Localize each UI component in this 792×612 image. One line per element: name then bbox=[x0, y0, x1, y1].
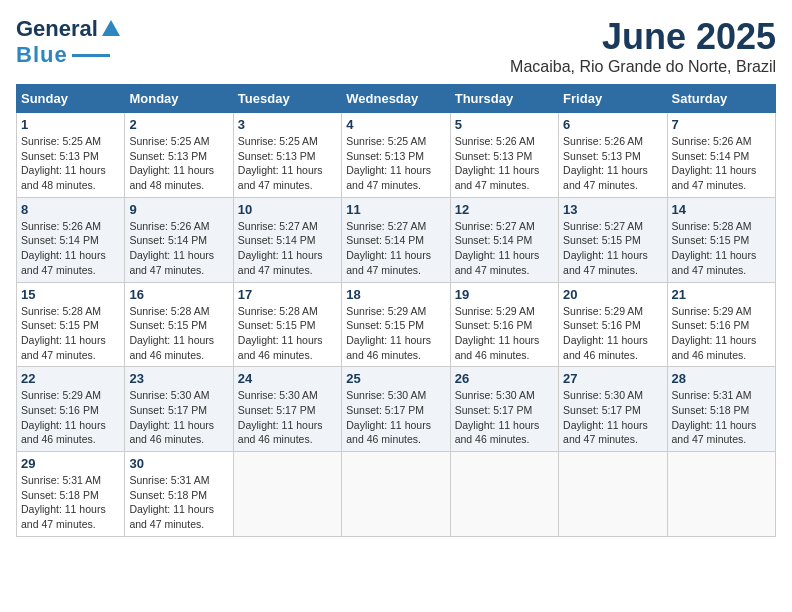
day-info: Sunrise: 5:26 AM Sunset: 5:14 PM Dayligh… bbox=[672, 134, 771, 193]
calendar-cell: 12 Sunrise: 5:27 AM Sunset: 5:14 PM Dayl… bbox=[450, 197, 558, 282]
logo-blue: Blue bbox=[16, 42, 68, 68]
day-number: 9 bbox=[129, 202, 228, 217]
calendar-cell bbox=[342, 452, 450, 537]
calendar-cell: 13 Sunrise: 5:27 AM Sunset: 5:15 PM Dayl… bbox=[559, 197, 667, 282]
calendar-cell: 16 Sunrise: 5:28 AM Sunset: 5:15 PM Dayl… bbox=[125, 282, 233, 367]
day-info: Sunrise: 5:25 AM Sunset: 5:13 PM Dayligh… bbox=[21, 134, 120, 193]
day-number: 25 bbox=[346, 371, 445, 386]
day-info: Sunrise: 5:28 AM Sunset: 5:15 PM Dayligh… bbox=[672, 219, 771, 278]
column-header-saturday: Saturday bbox=[667, 85, 775, 113]
day-number: 5 bbox=[455, 117, 554, 132]
logo: General Blue bbox=[16, 16, 122, 68]
day-number: 27 bbox=[563, 371, 662, 386]
day-number: 17 bbox=[238, 287, 337, 302]
column-header-thursday: Thursday bbox=[450, 85, 558, 113]
day-number: 24 bbox=[238, 371, 337, 386]
month-title: June 2025 bbox=[510, 16, 776, 58]
calendar-cell bbox=[667, 452, 775, 537]
day-number: 19 bbox=[455, 287, 554, 302]
calendar-cell: 10 Sunrise: 5:27 AM Sunset: 5:14 PM Dayl… bbox=[233, 197, 341, 282]
day-number: 20 bbox=[563, 287, 662, 302]
calendar-cell: 15 Sunrise: 5:28 AM Sunset: 5:15 PM Dayl… bbox=[17, 282, 125, 367]
day-info: Sunrise: 5:29 AM Sunset: 5:16 PM Dayligh… bbox=[563, 304, 662, 363]
column-header-sunday: Sunday bbox=[17, 85, 125, 113]
day-number: 6 bbox=[563, 117, 662, 132]
day-info: Sunrise: 5:29 AM Sunset: 5:16 PM Dayligh… bbox=[455, 304, 554, 363]
page-header: General Blue June 2025 Macaiba, Rio Gran… bbox=[16, 16, 776, 76]
day-info: Sunrise: 5:29 AM Sunset: 5:16 PM Dayligh… bbox=[672, 304, 771, 363]
day-info: Sunrise: 5:29 AM Sunset: 5:16 PM Dayligh… bbox=[21, 388, 120, 447]
calendar-week-row: 29 Sunrise: 5:31 AM Sunset: 5:18 PM Dayl… bbox=[17, 452, 776, 537]
day-number: 14 bbox=[672, 202, 771, 217]
column-header-monday: Monday bbox=[125, 85, 233, 113]
day-number: 23 bbox=[129, 371, 228, 386]
day-info: Sunrise: 5:26 AM Sunset: 5:14 PM Dayligh… bbox=[21, 219, 120, 278]
calendar-cell: 26 Sunrise: 5:30 AM Sunset: 5:17 PM Dayl… bbox=[450, 367, 558, 452]
calendar-cell: 27 Sunrise: 5:30 AM Sunset: 5:17 PM Dayl… bbox=[559, 367, 667, 452]
calendar-cell: 14 Sunrise: 5:28 AM Sunset: 5:15 PM Dayl… bbox=[667, 197, 775, 282]
day-info: Sunrise: 5:30 AM Sunset: 5:17 PM Dayligh… bbox=[563, 388, 662, 447]
calendar-cell: 6 Sunrise: 5:26 AM Sunset: 5:13 PM Dayli… bbox=[559, 113, 667, 198]
calendar-week-row: 8 Sunrise: 5:26 AM Sunset: 5:14 PM Dayli… bbox=[17, 197, 776, 282]
day-info: Sunrise: 5:27 AM Sunset: 5:14 PM Dayligh… bbox=[455, 219, 554, 278]
calendar-cell: 25 Sunrise: 5:30 AM Sunset: 5:17 PM Dayl… bbox=[342, 367, 450, 452]
calendar-week-row: 1 Sunrise: 5:25 AM Sunset: 5:13 PM Dayli… bbox=[17, 113, 776, 198]
day-info: Sunrise: 5:27 AM Sunset: 5:15 PM Dayligh… bbox=[563, 219, 662, 278]
calendar-cell: 5 Sunrise: 5:26 AM Sunset: 5:13 PM Dayli… bbox=[450, 113, 558, 198]
column-header-tuesday: Tuesday bbox=[233, 85, 341, 113]
day-number: 18 bbox=[346, 287, 445, 302]
location-title: Macaiba, Rio Grande do Norte, Brazil bbox=[510, 58, 776, 76]
day-number: 29 bbox=[21, 456, 120, 471]
day-number: 26 bbox=[455, 371, 554, 386]
calendar-cell: 22 Sunrise: 5:29 AM Sunset: 5:16 PM Dayl… bbox=[17, 367, 125, 452]
day-info: Sunrise: 5:26 AM Sunset: 5:13 PM Dayligh… bbox=[455, 134, 554, 193]
logo-general: General bbox=[16, 16, 98, 42]
calendar-cell: 1 Sunrise: 5:25 AM Sunset: 5:13 PM Dayli… bbox=[17, 113, 125, 198]
calendar-cell bbox=[559, 452, 667, 537]
calendar-cell: 24 Sunrise: 5:30 AM Sunset: 5:17 PM Dayl… bbox=[233, 367, 341, 452]
day-number: 28 bbox=[672, 371, 771, 386]
calendar-cell: 21 Sunrise: 5:29 AM Sunset: 5:16 PM Dayl… bbox=[667, 282, 775, 367]
calendar-cell: 7 Sunrise: 5:26 AM Sunset: 5:14 PM Dayli… bbox=[667, 113, 775, 198]
day-info: Sunrise: 5:26 AM Sunset: 5:14 PM Dayligh… bbox=[129, 219, 228, 278]
day-info: Sunrise: 5:31 AM Sunset: 5:18 PM Dayligh… bbox=[672, 388, 771, 447]
calendar-cell: 19 Sunrise: 5:29 AM Sunset: 5:16 PM Dayl… bbox=[450, 282, 558, 367]
day-info: Sunrise: 5:25 AM Sunset: 5:13 PM Dayligh… bbox=[129, 134, 228, 193]
day-info: Sunrise: 5:29 AM Sunset: 5:15 PM Dayligh… bbox=[346, 304, 445, 363]
title-area: June 2025 Macaiba, Rio Grande do Norte, … bbox=[510, 16, 776, 76]
day-info: Sunrise: 5:25 AM Sunset: 5:13 PM Dayligh… bbox=[238, 134, 337, 193]
day-number: 16 bbox=[129, 287, 228, 302]
calendar-cell: 3 Sunrise: 5:25 AM Sunset: 5:13 PM Dayli… bbox=[233, 113, 341, 198]
day-number: 7 bbox=[672, 117, 771, 132]
calendar-week-row: 15 Sunrise: 5:28 AM Sunset: 5:15 PM Dayl… bbox=[17, 282, 776, 367]
calendar-cell: 11 Sunrise: 5:27 AM Sunset: 5:14 PM Dayl… bbox=[342, 197, 450, 282]
day-number: 3 bbox=[238, 117, 337, 132]
day-info: Sunrise: 5:27 AM Sunset: 5:14 PM Dayligh… bbox=[238, 219, 337, 278]
day-info: Sunrise: 5:31 AM Sunset: 5:18 PM Dayligh… bbox=[129, 473, 228, 532]
calendar-cell: 23 Sunrise: 5:30 AM Sunset: 5:17 PM Dayl… bbox=[125, 367, 233, 452]
day-number: 30 bbox=[129, 456, 228, 471]
day-number: 1 bbox=[21, 117, 120, 132]
calendar-cell: 2 Sunrise: 5:25 AM Sunset: 5:13 PM Dayli… bbox=[125, 113, 233, 198]
calendar-cell: 4 Sunrise: 5:25 AM Sunset: 5:13 PM Dayli… bbox=[342, 113, 450, 198]
day-number: 21 bbox=[672, 287, 771, 302]
day-info: Sunrise: 5:31 AM Sunset: 5:18 PM Dayligh… bbox=[21, 473, 120, 532]
calendar-cell: 28 Sunrise: 5:31 AM Sunset: 5:18 PM Dayl… bbox=[667, 367, 775, 452]
day-info: Sunrise: 5:30 AM Sunset: 5:17 PM Dayligh… bbox=[129, 388, 228, 447]
logo-underline bbox=[72, 54, 110, 57]
calendar-cell: 18 Sunrise: 5:29 AM Sunset: 5:15 PM Dayl… bbox=[342, 282, 450, 367]
day-number: 22 bbox=[21, 371, 120, 386]
calendar-cell bbox=[450, 452, 558, 537]
column-header-wednesday: Wednesday bbox=[342, 85, 450, 113]
day-number: 15 bbox=[21, 287, 120, 302]
calendar-cell: 8 Sunrise: 5:26 AM Sunset: 5:14 PM Dayli… bbox=[17, 197, 125, 282]
calendar-cell: 29 Sunrise: 5:31 AM Sunset: 5:18 PM Dayl… bbox=[17, 452, 125, 537]
calendar-cell bbox=[233, 452, 341, 537]
calendar-cell: 20 Sunrise: 5:29 AM Sunset: 5:16 PM Dayl… bbox=[559, 282, 667, 367]
day-number: 4 bbox=[346, 117, 445, 132]
calendar-week-row: 22 Sunrise: 5:29 AM Sunset: 5:16 PM Dayl… bbox=[17, 367, 776, 452]
calendar-cell: 9 Sunrise: 5:26 AM Sunset: 5:14 PM Dayli… bbox=[125, 197, 233, 282]
day-info: Sunrise: 5:26 AM Sunset: 5:13 PM Dayligh… bbox=[563, 134, 662, 193]
logo-icon bbox=[100, 18, 122, 40]
day-info: Sunrise: 5:28 AM Sunset: 5:15 PM Dayligh… bbox=[21, 304, 120, 363]
